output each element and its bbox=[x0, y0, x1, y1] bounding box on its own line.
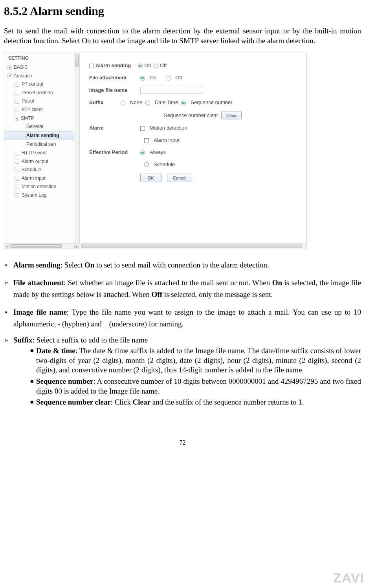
sidebar-item-alarm-sending[interactable]: Alarm sending bbox=[4, 131, 79, 141]
effective-always-text: Always bbox=[150, 149, 166, 156]
file-attachment-off-radio[interactable] bbox=[166, 76, 171, 81]
suffix-datetime-text: Date Time bbox=[155, 99, 178, 106]
def-suffix-seqclear: ● Sequence number clear: Click Clear and… bbox=[31, 397, 361, 407]
sidebar-item-advance[interactable]: ▾Advance bbox=[4, 72, 79, 81]
content-h-scroll[interactable] bbox=[81, 243, 306, 248]
seq-clear-label: Sequence number clear bbox=[164, 112, 218, 119]
alarm-input-text: Alarm input bbox=[154, 137, 180, 144]
sidebar-item-ftp-client[interactable]: FTP client bbox=[4, 106, 79, 114]
def-file-attachment: ➢ File attachment: Set whether an image … bbox=[4, 277, 361, 301]
sidebar-item-system-log[interactable]: System Log bbox=[4, 191, 79, 200]
alarm-label: Alarm bbox=[89, 125, 140, 132]
file-attachment-on-text: On bbox=[150, 75, 156, 81]
sidebar-item-label: Alarm output bbox=[22, 159, 48, 165]
sidebar-item-label: FTP client bbox=[22, 107, 43, 113]
sidebar-scrollbar[interactable] bbox=[74, 53, 79, 243]
sidebar-h-scroll[interactable]: ◂ ▸ bbox=[4, 243, 80, 249]
ok-button[interactable]: OK bbox=[140, 174, 161, 182]
alarm-sending-on-radio[interactable] bbox=[138, 64, 143, 68]
motion-detection-checkbox[interactable] bbox=[140, 126, 145, 131]
def-alarm-sending: ➢ Alarm sending: Select On to set to sen… bbox=[4, 259, 361, 271]
sidebar: SETTING ▾BASIC▾AdvancePT controlPreset p… bbox=[4, 53, 80, 243]
sidebar-item-preset-position[interactable]: Preset position bbox=[4, 89, 79, 97]
page-icon bbox=[15, 185, 19, 189]
sidebar-item-label: Patrol bbox=[22, 98, 34, 104]
page-icon bbox=[15, 151, 19, 156]
def-suffix-datetime: ● Date & time: The date & time suffix is… bbox=[31, 346, 361, 375]
effective-schedule-radio[interactable] bbox=[144, 162, 149, 167]
scroll-right-icon[interactable]: ▸ bbox=[74, 244, 79, 248]
page-icon bbox=[15, 82, 19, 87]
content-pane: Alarm sending On Off File attachment On … bbox=[80, 53, 306, 243]
page-icon bbox=[15, 91, 19, 95]
page-icon bbox=[15, 193, 19, 198]
file-attachment-off-text: Off bbox=[175, 75, 182, 81]
expand-icon[interactable]: ▾ bbox=[7, 65, 12, 70]
sidebar-item-schedule[interactable]: Schedule bbox=[4, 166, 79, 174]
file-attachment-on-radio[interactable] bbox=[140, 76, 145, 81]
sidebar-item-label: BASIC bbox=[14, 64, 28, 71]
sidebar-item-motion-detection[interactable]: Motion detection bbox=[4, 183, 79, 191]
suffix-none-radio[interactable] bbox=[121, 101, 125, 105]
sidebar-item-label: Alarm input bbox=[22, 176, 46, 182]
alarm-sending-off-radio[interactable] bbox=[154, 64, 158, 68]
sidebar-item-label: SMTP bbox=[21, 115, 34, 122]
scroll-left-icon[interactable]: ◂ bbox=[5, 244, 10, 248]
effective-period-label: Effective Period bbox=[89, 149, 140, 156]
page-icon bbox=[15, 168, 19, 172]
page-icon bbox=[15, 108, 19, 112]
sidebar-item-pt-control[interactable]: PT control bbox=[4, 80, 79, 89]
sidebar-item-label: System Log bbox=[22, 192, 46, 199]
alarm-sending-label: Alarm sending bbox=[95, 62, 131, 69]
sidebar-item-alarm-output[interactable]: Alarm output bbox=[4, 158, 79, 166]
sidebar-item-basic[interactable]: ▾BASIC bbox=[4, 63, 79, 72]
suffix-none-text: None bbox=[130, 99, 142, 106]
bullet-dot-icon: ● bbox=[30, 397, 34, 407]
triangle-bullet-icon: ➢ bbox=[4, 278, 9, 287]
def-suffix-seqnum: ● Sequence number: A consecutive number … bbox=[31, 377, 361, 396]
bullet-dot-icon: ● bbox=[30, 377, 34, 386]
sidebar-item-label: PT control bbox=[22, 81, 43, 88]
sidebar-item-label: Periodical sen bbox=[26, 141, 56, 148]
sidebar-item-label: HTTP event bbox=[22, 150, 47, 156]
file-attachment-label: File attachment bbox=[89, 75, 140, 81]
motion-detection-text: Motion detection bbox=[150, 125, 187, 132]
expand-icon[interactable]: ▾ bbox=[15, 116, 19, 121]
expand-icon[interactable]: ▾ bbox=[7, 73, 12, 78]
sidebar-item-label: Advance bbox=[14, 73, 32, 79]
triangle-bullet-icon: ➢ bbox=[4, 337, 9, 344]
on-label: On bbox=[144, 62, 151, 69]
suffix-label: Suffix bbox=[89, 99, 113, 106]
page-icon bbox=[15, 176, 19, 181]
def-image-file-name: ➢ Image file name: Type the file name yo… bbox=[4, 306, 361, 330]
sidebar-item-label: Preset position bbox=[22, 90, 53, 96]
sidebar-title: SETTING bbox=[4, 53, 79, 63]
intro-paragraph: Set to send the mail with connection to … bbox=[4, 26, 361, 46]
sidebar-item-label: Motion detection bbox=[22, 184, 56, 190]
suffix-seq-radio[interactable] bbox=[181, 101, 186, 105]
page-number: 72 bbox=[4, 439, 361, 447]
alarm-sending-expand-checkbox[interactable] bbox=[89, 64, 94, 68]
image-file-name-input[interactable] bbox=[140, 87, 203, 94]
sidebar-item-smtp[interactable]: ▾SMTP bbox=[4, 114, 79, 123]
sidebar-item-label: Alarm sending bbox=[26, 133, 59, 139]
off-label: Off bbox=[160, 62, 167, 69]
cancel-button[interactable]: Cancel bbox=[167, 174, 192, 182]
sidebar-item-periodical-sen[interactable]: Periodical sen bbox=[4, 140, 79, 149]
bullet-dot-icon: ● bbox=[30, 346, 34, 355]
sidebar-item-http-event[interactable]: HTTP event bbox=[4, 149, 79, 158]
suffix-seq-text: Sequence number bbox=[191, 99, 232, 106]
suffix-datetime-radio[interactable] bbox=[145, 101, 150, 105]
effective-always-radio[interactable] bbox=[140, 150, 145, 155]
sidebar-item-label: General bbox=[26, 124, 43, 130]
page-icon bbox=[15, 99, 19, 104]
clear-button[interactable]: Clear bbox=[221, 112, 242, 119]
sidebar-item-alarm-input[interactable]: Alarm input bbox=[4, 174, 79, 183]
def-suffix: ➢ Suffix: Select a suffix to add to the … bbox=[4, 335, 361, 407]
alarm-input-checkbox[interactable] bbox=[144, 138, 149, 143]
settings-screenshot: SETTING ▾BASIC▾AdvancePT controlPreset p… bbox=[4, 53, 306, 249]
sidebar-item-patrol[interactable]: Patrol bbox=[4, 97, 79, 106]
sidebar-item-general[interactable]: General bbox=[4, 123, 79, 131]
section-heading: 8.5.2 Alarm sending bbox=[4, 3, 361, 18]
definitions: ➢ Alarm sending: Select On to set to sen… bbox=[4, 259, 361, 407]
